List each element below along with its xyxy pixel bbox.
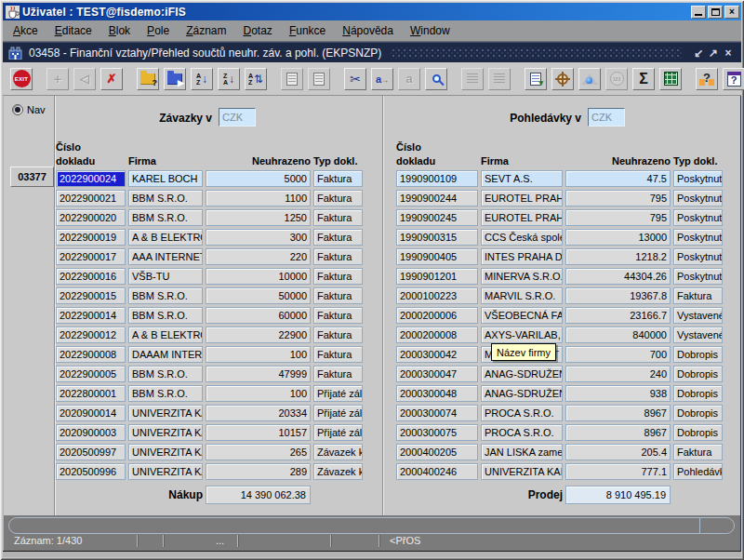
doc-number-cell[interactable]: 2000100223 bbox=[396, 287, 478, 304]
menu-item[interactable]: Záznam bbox=[179, 21, 236, 40]
print-setup-button[interactable] bbox=[308, 68, 330, 90]
doc-type-cell[interactable]: Dobropis bbox=[673, 366, 723, 382]
unpaid-cell[interactable]: 1100 bbox=[206, 190, 311, 207]
table-row[interactable]: 1990900315 CCS Česká společ 13000 Poskyt… bbox=[396, 229, 723, 246]
unpaid-cell[interactable]: 20334 bbox=[206, 405, 311, 421]
doc-type-cell[interactable]: Faktura bbox=[313, 287, 363, 304]
doc-type-cell[interactable]: Poskytnuté bbox=[673, 170, 723, 187]
doc-type-cell[interactable]: Faktura bbox=[673, 444, 723, 460]
navigator-button[interactable] bbox=[551, 68, 574, 90]
form-title-bar[interactable]: 03458 - Finanční vztahy/Přehled součtů n… bbox=[3, 42, 741, 62]
firm-cell[interactable]: A & B ELEKTRO bbox=[128, 327, 203, 343]
find-button[interactable] bbox=[425, 68, 447, 90]
firm-cell[interactable]: BBM S.R.O. bbox=[128, 190, 203, 207]
block-number-button[interactable]: 03377 bbox=[10, 167, 54, 187]
unpaid-cell[interactable]: 289 bbox=[206, 463, 311, 480]
doc-type-cell[interactable]: Faktura bbox=[313, 307, 363, 324]
firm-cell[interactable]: KAREL BOCH bbox=[128, 170, 203, 187]
firm-cell[interactable]: UNIVERZITA KA bbox=[128, 463, 203, 480]
unpaid-cell[interactable]: 13000 bbox=[565, 229, 671, 246]
unpaid-cell[interactable]: 777.1 bbox=[565, 463, 671, 480]
doc-type-cell[interactable]: Závazek k bbox=[313, 463, 363, 480]
doc-number-cell[interactable]: 2020900003 bbox=[56, 424, 126, 441]
firm-cell[interactable]: ANAG-SDRUŽENÍ bbox=[481, 385, 563, 402]
doc-type-cell[interactable]: Poskytnuté bbox=[673, 190, 723, 207]
doc-type-cell[interactable]: Dobropis bbox=[673, 385, 723, 402]
unpaid-cell[interactable]: 47.5 bbox=[565, 170, 671, 187]
excel-export-button[interactable] bbox=[659, 68, 682, 90]
doc-number-cell[interactable]: 2000300047 bbox=[396, 366, 478, 382]
print-button[interactable] bbox=[281, 68, 303, 90]
doc-number-cell[interactable]: 2022900005 bbox=[56, 366, 126, 382]
doc-type-cell[interactable]: Poskytnuté bbox=[673, 209, 723, 226]
doc-number-cell[interactable]: 2000300075 bbox=[396, 424, 478, 441]
unpaid-cell[interactable]: 795 bbox=[565, 209, 671, 226]
firm-cell[interactable]: MINERVA S.R.O. bbox=[481, 268, 563, 285]
firm-cell[interactable]: PROCA S.R.O. bbox=[481, 424, 563, 441]
payables-currency-field[interactable]: CZK bbox=[219, 108, 256, 127]
close-button[interactable]: × bbox=[724, 6, 739, 19]
minimize-button[interactable] bbox=[691, 6, 706, 19]
table-row[interactable]: 2022900008 DAAAM INTERN 100 Faktura bbox=[56, 346, 364, 363]
doc-number-cell[interactable]: 2022900015 bbox=[56, 287, 126, 304]
firm-cell[interactable]: UNIVERZITA KA bbox=[128, 424, 203, 441]
doc-number-cell[interactable]: 2000200008 bbox=[396, 327, 478, 343]
table-row[interactable]: 2000300048 ANAG-SDRUŽENÍ 938 Dobropis bbox=[396, 385, 723, 402]
doc-number-cell[interactable]: 2022900008 bbox=[56, 346, 126, 363]
doc-number-cell[interactable]: 2022900014 bbox=[56, 307, 126, 324]
doc-number-cell[interactable]: 2022900021 bbox=[56, 190, 126, 207]
doc-number-cell[interactable]: 2022900019 bbox=[56, 229, 126, 246]
insert-record-button[interactable]: ＋ bbox=[46, 68, 69, 90]
unpaid-cell[interactable]: 10157 bbox=[206, 424, 311, 441]
firm-cell[interactable]: CCS Česká společ bbox=[481, 229, 563, 246]
doc-number-cell[interactable]: 2000400205 bbox=[396, 444, 478, 460]
unpaid-cell[interactable]: 19367.8 bbox=[565, 287, 671, 304]
sort-descending-button[interactable]: ZA ↓ bbox=[218, 68, 240, 90]
doc-number-cell[interactable]: 1990901201 bbox=[396, 268, 478, 285]
table-row[interactable]: 2022900024 KAREL BOCH 5000 Faktura bbox=[56, 170, 364, 187]
doc-type-cell[interactable]: Faktura bbox=[673, 287, 723, 304]
doc-number-cell[interactable]: 2022900012 bbox=[56, 327, 126, 343]
doc-type-cell[interactable]: Poskytnuté bbox=[673, 268, 723, 285]
doc-type-cell[interactable]: Poskytnuté bbox=[673, 248, 723, 265]
doc-type-cell[interactable]: Dobropis bbox=[673, 346, 723, 363]
doc-type-cell[interactable]: Faktura bbox=[313, 268, 363, 285]
doc-type-cell[interactable]: Faktura bbox=[313, 170, 363, 187]
table-row[interactable]: 2000400246 UNIVERZITA KAR 777.1 Pohledáv… bbox=[396, 463, 723, 480]
table-row[interactable]: 2000200006 VŠEOBECNÁ FAK 23166.7 Vystave… bbox=[396, 307, 723, 324]
table-row[interactable]: 2000100223 MARVIL S.R.O. 19367.8 Faktura bbox=[396, 287, 723, 304]
firm-cell[interactable]: BBM S.R.O. bbox=[128, 385, 203, 402]
doc-number-cell[interactable]: 1990900245 bbox=[396, 209, 478, 226]
previous-record-button[interactable]: ◁ bbox=[73, 68, 96, 90]
sum-button[interactable]: Σ bbox=[632, 68, 655, 90]
firm-cell[interactable]: ANAG-SDRUŽENÍ bbox=[481, 366, 563, 382]
table-row[interactable]: 2000300075 PROCA S.R.O. 8967 Dobropis bbox=[396, 424, 723, 441]
unpaid-cell[interactable]: 205.4 bbox=[565, 444, 671, 460]
unpaid-cell[interactable]: 60000 bbox=[206, 307, 311, 324]
unpaid-cell[interactable]: 840000 bbox=[565, 327, 671, 343]
copy-field-button[interactable]: a→ bbox=[371, 68, 393, 90]
unpaid-cell[interactable]: 22900 bbox=[206, 327, 311, 343]
unpaid-cell[interactable]: 5000 bbox=[206, 170, 311, 187]
doc-type-cell[interactable]: Pohledávk bbox=[673, 463, 723, 480]
receivables-currency-field[interactable]: CZK bbox=[588, 108, 625, 127]
doc-number-cell[interactable]: 1990900109 bbox=[396, 170, 478, 187]
firm-cell[interactable]: SEVT A.S. bbox=[481, 170, 563, 187]
menu-item[interactable]: Akce bbox=[7, 21, 48, 40]
firm-cell[interactable]: INTES PRAHA DRI bbox=[481, 248, 563, 265]
doc-type-cell[interactable]: Závazek k bbox=[313, 444, 363, 460]
table-row[interactable]: 2000300042 MET 700 Dobropis bbox=[396, 346, 723, 363]
firm-cell[interactable]: BBM S.R.O. bbox=[128, 366, 203, 382]
unpaid-cell[interactable]: 938 bbox=[565, 385, 671, 402]
unpaid-cell[interactable]: 265 bbox=[206, 444, 311, 460]
menu-item[interactable]: Pole bbox=[140, 21, 179, 40]
doc-type-cell[interactable]: Přijaté zálo bbox=[313, 385, 363, 402]
doc-type-cell[interactable]: Faktura bbox=[313, 190, 363, 207]
unpaid-cell[interactable]: 8967 bbox=[565, 424, 671, 441]
table-row[interactable]: 1990901201 MINERVA S.R.O. 44304.26 Posky… bbox=[396, 268, 723, 285]
title-bar[interactable]: Uživatel : TEST@fisdemo:iFIS × bbox=[3, 3, 741, 20]
doc-type-cell[interactable]: Faktura bbox=[313, 248, 363, 265]
doc-type-cell[interactable]: Faktura bbox=[313, 366, 363, 382]
menu-item[interactable]: Nápověda bbox=[336, 21, 404, 40]
firm-cell[interactable]: A & B ELEKTRO bbox=[128, 229, 203, 246]
